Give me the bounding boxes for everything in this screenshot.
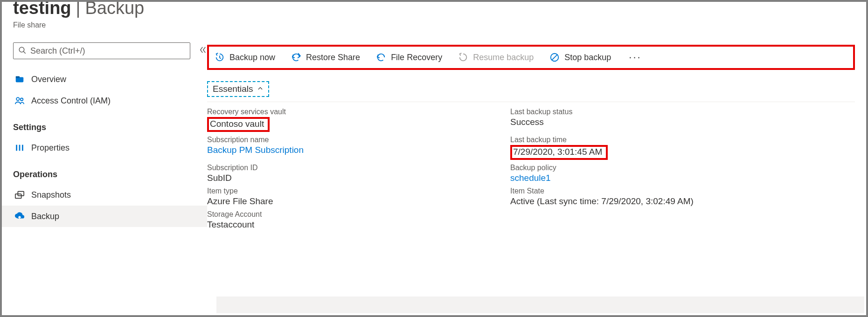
vault-value: Contoso vault <box>207 117 270 132</box>
people-icon <box>14 96 25 106</box>
subscription-id-label: Subscription ID <box>207 164 492 172</box>
chevron-up-icon <box>257 85 264 93</box>
storage-account-value: Testaccount <box>207 220 492 230</box>
button-label: Restore Share <box>306 53 360 62</box>
sidebar-item-label: Access Control (IAM) <box>31 96 111 106</box>
backup-policy-link[interactable]: schedule1 <box>510 173 855 183</box>
resource-name: testing <box>13 0 71 18</box>
last-backup-status-value: Success <box>510 117 855 127</box>
button-label: Stop backup <box>564 53 611 62</box>
stop-icon <box>549 52 560 62</box>
sidebar-group-operations: Operations <box>13 170 207 179</box>
svg-rect-10 <box>18 192 24 196</box>
vault-label: Recovery services vault <box>207 108 492 116</box>
last-backup-time-label: Last backup time <box>510 136 855 144</box>
button-label: File Recovery <box>391 53 442 62</box>
resume-icon <box>458 52 468 62</box>
svg-line-1 <box>23 51 26 54</box>
sidebar-item-label: Overview <box>31 75 66 84</box>
svg-rect-9 <box>15 194 21 198</box>
section-name: Backup <box>85 0 144 18</box>
sidebar-item-label: Properties <box>31 143 69 153</box>
content-footer-shade <box>216 296 864 313</box>
search-input[interactable] <box>30 46 185 56</box>
item-type-label: Item type <box>207 187 492 195</box>
sidebar-item-backup[interactable]: Backup <box>2 206 207 227</box>
essentials-grid: Recovery services vault Contoso vault La… <box>207 107 855 231</box>
button-label: Backup now <box>229 53 275 62</box>
sidebar-group-settings: Settings <box>13 123 207 132</box>
sidebar-item-label: Snapshots <box>31 190 71 200</box>
svg-point-5 <box>21 98 23 101</box>
svg-line-12 <box>220 58 221 59</box>
essentials-label: Essentials <box>213 84 253 94</box>
svg-line-14 <box>552 55 558 61</box>
item-state-value: Active (Last sync time: 7/29/2020, 3:02:… <box>510 196 855 207</box>
backup-now-button[interactable]: Backup now <box>214 50 276 64</box>
title-separator: | <box>76 0 81 18</box>
button-label: Resume backup <box>473 53 534 62</box>
item-state-label: Item State <box>510 187 855 195</box>
snapshot-icon <box>14 190 25 200</box>
sidebar-item-label: Backup <box>31 212 59 221</box>
backup-now-icon <box>215 52 225 62</box>
fileshare-icon <box>14 74 25 84</box>
restore-share-button[interactable]: Restore Share <box>290 50 361 64</box>
item-type-value: Azure File Share <box>207 196 492 207</box>
page-title: testing | Backup <box>13 0 207 18</box>
command-bar: Backup now Restore Share File Recovery R… <box>207 45 855 70</box>
collapse-sidebar-button[interactable] <box>199 46 207 56</box>
more-actions-button[interactable]: ··· <box>626 51 644 63</box>
search-icon <box>18 46 27 56</box>
essentials-toggle[interactable]: Essentials <box>207 81 269 97</box>
svg-point-4 <box>16 97 19 100</box>
subscription-name-label: Subscription name <box>207 136 492 144</box>
sidebar-item-overview[interactable]: Overview <box>2 69 207 90</box>
sidebar-item-iam[interactable]: Access Control (IAM) <box>2 90 207 111</box>
search-box[interactable] <box>13 42 190 59</box>
last-backup-status-label: Last backup status <box>510 108 855 116</box>
svg-point-0 <box>19 47 24 52</box>
properties-icon <box>14 143 25 153</box>
storage-account-label: Storage Account <box>207 210 492 219</box>
resume-backup-button: Resume backup <box>457 50 535 64</box>
subscription-name-link[interactable]: Backup PM Subscription <box>207 145 492 155</box>
last-backup-time-value: 7/29/2020, 3:01:45 AM <box>510 145 608 160</box>
resource-type-subtitle: File share <box>13 21 207 29</box>
sidebar-item-snapshots[interactable]: Snapshots <box>2 184 207 206</box>
stop-backup-button[interactable]: Stop backup <box>549 50 612 64</box>
file-recovery-button[interactable]: File Recovery <box>375 50 443 64</box>
backup-icon <box>14 211 25 221</box>
restore-icon <box>291 52 301 62</box>
sidebar-item-properties[interactable]: Properties <box>2 137 207 158</box>
backup-policy-label: Backup policy <box>510 164 855 172</box>
file-recovery-icon <box>376 52 386 62</box>
subscription-id-value: SubID <box>207 173 492 183</box>
svg-rect-3 <box>16 76 20 78</box>
